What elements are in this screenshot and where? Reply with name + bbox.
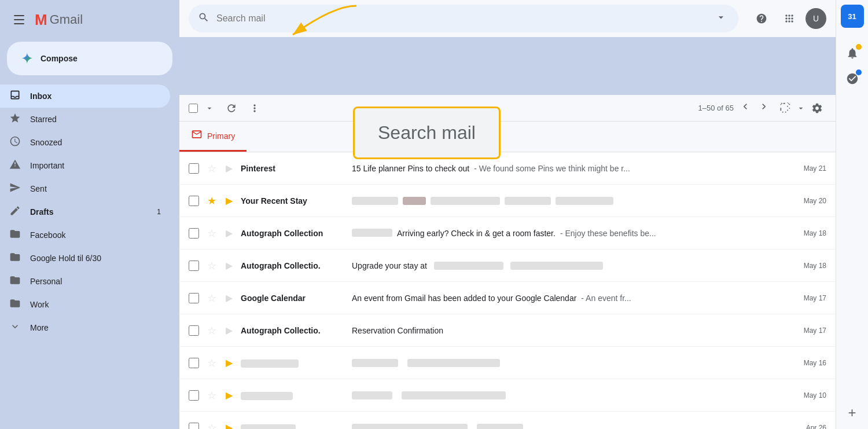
more-options-button[interactable]	[244, 99, 265, 118]
email-checkbox[interactable]	[189, 196, 199, 206]
email-row[interactable]: ☆ ▶ Pinterest 15 Life planner Pins to ch…	[179, 152, 836, 185]
email-row[interactable]: ★ ▶ Your Recent Stay May 20	[179, 185, 836, 217]
calendar-icon[interactable]: 31	[841, 5, 864, 28]
blurred-snippet	[434, 262, 503, 270]
search-bar-wrapper	[189, 5, 738, 32]
sidebar-item-snoozed[interactable]: Snoozed	[0, 131, 170, 154]
star-button[interactable]: ☆	[206, 388, 218, 403]
important-button[interactable]: ▶	[225, 291, 234, 305]
star-button[interactable]: ☆	[206, 161, 218, 176]
email-checkbox[interactable]	[189, 293, 199, 303]
select-all-checkbox[interactable]	[189, 104, 198, 113]
email-row[interactable]: ☆ ▶ Google Calendar An event from Gmail …	[179, 282, 836, 314]
sidebar-item-starred[interactable]: Starred	[0, 108, 170, 131]
star-button[interactable]: ☆	[206, 420, 218, 430]
avatar[interactable]: U	[806, 8, 826, 29]
notification-icon[interactable]	[841, 42, 864, 65]
email-row[interactable]: ☆ ▶ Apr 26	[179, 412, 836, 429]
hamburger-icon[interactable]	[9, 10, 29, 29]
help-button[interactable]	[750, 7, 773, 30]
sidebar-item-label: Sent	[30, 184, 47, 193]
email-sender: Autograph Collectio.	[241, 326, 345, 335]
email-subject: Reservation Confirmation	[352, 326, 443, 335]
settings-button[interactable]	[808, 99, 826, 118]
check-badge	[856, 69, 862, 75]
prev-page-button[interactable]	[736, 97, 755, 119]
email-subject: An event from Gmail has been added to yo…	[352, 294, 576, 303]
notification-badge	[856, 44, 862, 50]
sidebar-item-label: Snoozed	[30, 138, 62, 147]
blurred-snippet	[402, 391, 506, 399]
sidebar-item-google-hold[interactable]: Google Hold til 6/30	[0, 247, 170, 270]
important-button[interactable]: ▶	[225, 324, 234, 337]
sidebar-item-label: Work	[30, 300, 49, 309]
star-button[interactable]: ☆	[206, 258, 218, 273]
email-subject: Arriving early? Check in & get a room fa…	[397, 229, 556, 238]
important-button[interactable]: ▶	[225, 194, 234, 207]
hamburger-area: M Gmail	[0, 6, 179, 34]
sidebar-item-important[interactable]: Important	[0, 154, 170, 177]
blurred-snippet3	[556, 197, 613, 205]
email-sender: Pinterest	[241, 164, 345, 173]
sidebar-item-label: Facebook	[30, 230, 65, 240]
important-button[interactable]: ▶	[225, 388, 234, 402]
search-bar	[189, 5, 738, 32]
email-row[interactable]: ☆ ▶ Autograph Collection Arriving early?…	[179, 217, 836, 250]
email-checkbox[interactable]	[189, 325, 199, 336]
email-row[interactable]: ☆ ▶ Autograph Collectio. Reservation Con…	[179, 314, 836, 347]
add-sidebar-item-button[interactable]: +	[841, 401, 864, 424]
email-checkbox[interactable]	[189, 390, 199, 401]
refresh-button[interactable]	[221, 99, 242, 118]
important-button[interactable]: ▶	[225, 421, 234, 429]
email-date: May 17	[804, 294, 826, 302]
email-body	[352, 359, 797, 367]
check-circle-icon[interactable]	[841, 67, 864, 90]
email-checkbox[interactable]	[189, 228, 199, 239]
sidebar-item-drafts[interactable]: Drafts 1	[0, 200, 170, 223]
blurred-img	[403, 197, 426, 205]
important-button[interactable]: ▶	[225, 162, 234, 175]
sidebar-item-inbox[interactable]: Inbox	[0, 85, 170, 108]
email-row[interactable]: ☆ ▶ May 10	[179, 379, 836, 412]
select-dropdown-button[interactable]	[200, 100, 219, 116]
tab-primary[interactable]: Primary	[179, 122, 247, 152]
star-button[interactable]: ☆	[206, 291, 218, 306]
sidebar-item-personal[interactable]: Personal	[0, 270, 170, 293]
sidebar-item-more[interactable]: More	[0, 316, 170, 339]
email-checkbox[interactable]	[189, 358, 199, 368]
important-button[interactable]: ▶	[225, 356, 234, 369]
view-toggle-button[interactable]	[775, 99, 794, 118]
blurred-snippet2	[505, 197, 551, 205]
search-dropdown-button[interactable]	[713, 9, 729, 28]
email-row[interactable]: ☆ ▶ May 16	[179, 347, 836, 379]
apps-button[interactable]	[778, 7, 801, 30]
star-button[interactable]: ☆	[206, 226, 218, 241]
sidebar-item-facebook[interactable]: Facebook	[0, 223, 170, 247]
gmail-m-icon: M	[35, 11, 47, 29]
star-button[interactable]: ★	[206, 193, 218, 208]
snoozed-icon	[9, 135, 21, 150]
email-body: 15 Life planner Pins to check out - We f…	[352, 164, 797, 173]
email-checkbox[interactable]	[189, 163, 199, 174]
email-sender: Your Recent Stay	[241, 196, 345, 206]
email-body	[352, 424, 799, 430]
email-row[interactable]: ☆ ▶ Autograph Collectio. Upgrade your st…	[179, 250, 836, 282]
next-page-button[interactable]	[755, 97, 773, 119]
important-button[interactable]: ▶	[225, 226, 234, 240]
email-subject: Upgrade your stay at	[352, 261, 427, 270]
email-sender	[241, 358, 345, 367]
primary-tab-icon	[191, 129, 203, 143]
email-checkbox[interactable]	[189, 423, 199, 430]
email-sender: Google Calendar	[241, 294, 345, 303]
search-input[interactable]	[216, 13, 706, 24]
sidebar-item-work[interactable]: Work	[0, 293, 170, 316]
email-body: Arriving early? Check in & get a room fa…	[352, 229, 797, 238]
tab-primary-label: Primary	[207, 131, 235, 141]
sidebar-item-sent[interactable]: Sent	[0, 177, 170, 200]
star-button[interactable]: ☆	[206, 323, 218, 338]
email-checkbox[interactable]	[189, 261, 199, 271]
gmail-logo: M Gmail	[35, 11, 83, 29]
star-button[interactable]: ☆	[206, 355, 218, 371]
important-button[interactable]: ▶	[225, 259, 234, 272]
compose-button[interactable]: ✦ Compose	[7, 42, 172, 75]
